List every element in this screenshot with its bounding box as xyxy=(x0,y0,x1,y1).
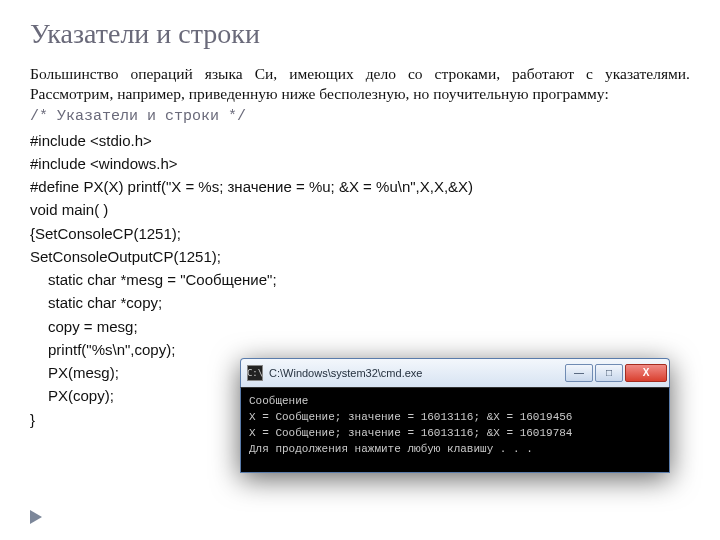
slide-arrow-icon xyxy=(30,510,48,524)
minimize-button[interactable]: — xyxy=(565,364,593,382)
titlebar[interactable]: C:\ C:\Windows\system32\cmd.exe — □ X xyxy=(240,358,670,387)
output-line: Для продолжения нажмите любую клавишу . … xyxy=(249,442,661,458)
code-line: {SetConsoleCP(1251); xyxy=(30,222,690,245)
output-line: X = Сообщение; значение = 16013116; &X =… xyxy=(249,410,661,426)
page-title: Указатели и строки xyxy=(30,18,690,50)
output-line: Сообщение xyxy=(249,394,661,410)
code-line: SetConsoleOutputCP(1251); xyxy=(30,245,690,268)
cmd-icon: C:\ xyxy=(247,365,263,381)
maximize-button[interactable]: □ xyxy=(595,364,623,382)
code-line: #define PX(X) printf("X = %s; значение =… xyxy=(30,175,690,198)
code-comment: /* Указатели и строки */ xyxy=(30,108,690,125)
code-line: static char *copy; xyxy=(30,291,690,314)
code-line: void main( ) xyxy=(30,198,690,221)
code-line: copy = mesg; xyxy=(30,315,690,338)
svg-marker-0 xyxy=(30,510,42,524)
code-line: #include <windows.h> xyxy=(30,152,690,175)
body-text: Большинство операций языка Си, имеющих д… xyxy=(30,64,690,104)
output-line: X = Сообщение; значение = 16013116; &X =… xyxy=(249,426,661,442)
close-button[interactable]: X xyxy=(625,364,667,382)
console-window: C:\ C:\Windows\system32\cmd.exe — □ X Со… xyxy=(240,358,670,473)
code-line: #include <stdio.h> xyxy=(30,129,690,152)
terminal-output: Сообщение X = Сообщение; значение = 1601… xyxy=(240,387,670,473)
code-line: static char *mesg = "Сообщение"; xyxy=(30,268,690,291)
window-title: C:\Windows\system32\cmd.exe xyxy=(269,367,565,379)
